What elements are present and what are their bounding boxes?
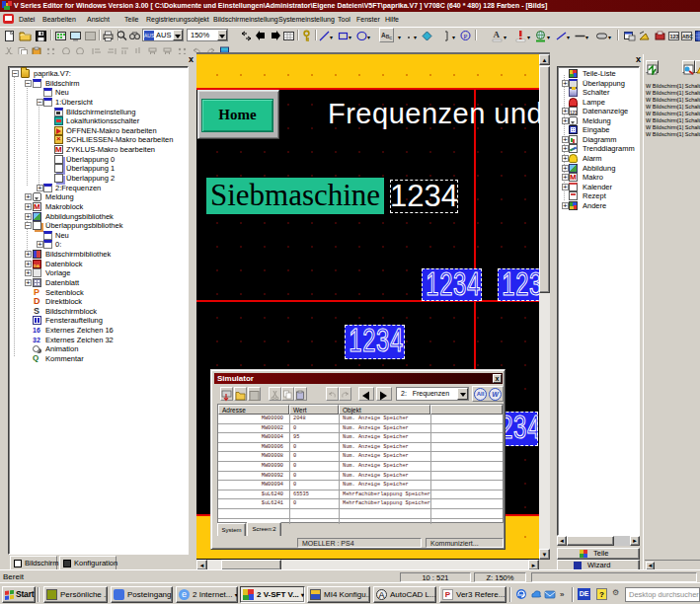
svg-text:123: 123 <box>670 34 679 39</box>
svg-text:ABC: ABC <box>682 34 693 39</box>
svg-text:P: P <box>464 33 468 40</box>
svg-text:ABC: ABC <box>381 32 392 40</box>
svg-text:A: A <box>494 30 501 39</box>
